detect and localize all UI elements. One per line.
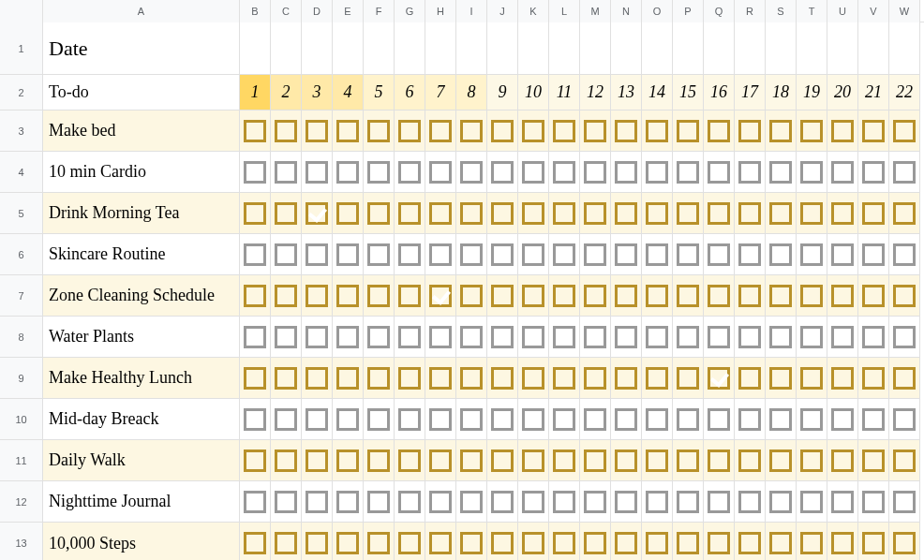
task-day-cell[interactable]: [766, 152, 797, 193]
checkbox[interactable]: [584, 449, 606, 472]
checkbox[interactable]: [336, 120, 359, 142]
task-day-cell[interactable]: [240, 275, 271, 317]
day-number-cell-14[interactable]: 14: [642, 75, 673, 111]
task-day-cell[interactable]: [673, 440, 704, 481]
task-day-cell[interactable]: [425, 111, 456, 152]
checkbox[interactable]: [646, 202, 668, 225]
cell-r1-day4[interactable]: [333, 22, 364, 75]
task-day-cell[interactable]: [735, 152, 766, 193]
task-day-cell[interactable]: [797, 317, 827, 358]
task-day-cell[interactable]: [735, 440, 766, 481]
task-day-cell[interactable]: [580, 358, 611, 399]
task-day-cell[interactable]: [240, 234, 271, 275]
task-day-cell[interactable]: [797, 523, 827, 560]
col-header-U[interactable]: U: [827, 0, 858, 22]
task-day-cell[interactable]: [827, 193, 858, 234]
checkbox[interactable]: [306, 243, 328, 266]
day-number-cell-15[interactable]: 15: [673, 75, 704, 111]
task-day-cell[interactable]: [858, 234, 889, 275]
task-day-cell[interactable]: [549, 523, 580, 560]
task-day-cell[interactable]: [240, 111, 271, 152]
task-day-cell[interactable]: [735, 523, 766, 560]
checkbox[interactable]: [584, 408, 606, 431]
checkbox[interactable]: [553, 243, 575, 266]
checkbox[interactable]: [306, 532, 328, 554]
task-day-cell[interactable]: [673, 523, 704, 560]
checkbox[interactable]: [800, 243, 823, 266]
task-day-cell[interactable]: [395, 152, 425, 193]
task-day-cell[interactable]: [611, 399, 642, 440]
col-header-M[interactable]: M: [580, 0, 611, 22]
task-day-cell[interactable]: [735, 193, 766, 234]
checkbox[interactable]: [677, 367, 699, 390]
task-day-cell[interactable]: [673, 399, 704, 440]
task-day-cell[interactable]: [580, 317, 611, 358]
col-header-J[interactable]: J: [487, 0, 518, 22]
checkbox[interactable]: [522, 491, 544, 513]
task-day-cell[interactable]: [580, 523, 611, 560]
col-header-H[interactable]: H: [425, 0, 456, 22]
checkbox[interactable]: [893, 367, 916, 390]
cell-r1-day7[interactable]: [425, 22, 456, 75]
checkbox[interactable]: [398, 120, 421, 142]
task-day-cell[interactable]: [858, 481, 889, 523]
task-day-cell[interactable]: [487, 399, 518, 440]
task-day-cell[interactable]: [425, 234, 456, 275]
checkbox[interactable]: [615, 532, 637, 554]
task-day-cell[interactable]: [240, 440, 271, 481]
checkbox[interactable]: [553, 120, 575, 142]
task-day-cell[interactable]: [704, 399, 735, 440]
task-day-cell[interactable]: [766, 234, 797, 275]
task-day-cell[interactable]: [395, 193, 425, 234]
task-day-cell[interactable]: [611, 275, 642, 317]
checkbox[interactable]: [306, 120, 328, 142]
checkbox[interactable]: [460, 367, 483, 390]
checkbox[interactable]: [398, 326, 421, 348]
task-day-cell[interactable]: [858, 193, 889, 234]
checkbox[interactable]: [646, 243, 668, 266]
checkbox[interactable]: [275, 161, 297, 184]
checkbox[interactable]: [708, 202, 730, 225]
checkbox[interactable]: [244, 408, 266, 431]
cell-r1-day20[interactable]: [827, 22, 858, 75]
checkbox[interactable]: [769, 326, 792, 348]
task-day-cell[interactable]: [425, 523, 456, 560]
checkbox[interactable]: [800, 326, 823, 348]
checkbox[interactable]: [429, 449, 452, 472]
checkbox[interactable]: [336, 449, 359, 472]
task-day-cell[interactable]: [611, 481, 642, 523]
checkbox[interactable]: [893, 202, 916, 225]
task-day-cell[interactable]: [642, 523, 673, 560]
task-day-cell[interactable]: [333, 111, 364, 152]
task-day-cell[interactable]: [456, 440, 487, 481]
checkbox[interactable]: [553, 367, 575, 390]
cell-r1-day15[interactable]: [673, 22, 704, 75]
checkbox[interactable]: [862, 161, 885, 184]
task-day-cell[interactable]: [889, 440, 920, 481]
checkbox[interactable]: [769, 202, 792, 225]
day-number-cell-12[interactable]: 12: [580, 75, 611, 111]
checkbox[interactable]: [893, 449, 916, 472]
task-day-cell[interactable]: [673, 358, 704, 399]
task-day-cell[interactable]: [518, 481, 549, 523]
task-day-cell[interactable]: [642, 234, 673, 275]
checkbox[interactable]: [553, 202, 575, 225]
task-day-cell[interactable]: [456, 275, 487, 317]
task-day-cell[interactable]: [673, 193, 704, 234]
row-header-7[interactable]: 7: [0, 275, 43, 317]
checkbox[interactable]: [893, 408, 916, 431]
col-header-I[interactable]: I: [456, 0, 487, 22]
checkbox[interactable]: [708, 532, 730, 554]
task-day-cell[interactable]: [766, 317, 797, 358]
task-day-cell[interactable]: [364, 399, 395, 440]
day-number-cell-11[interactable]: 11: [549, 75, 580, 111]
checkbox[interactable]: [336, 285, 359, 307]
todo-label-cell[interactable]: To-do: [43, 75, 240, 111]
task-day-cell[interactable]: [364, 317, 395, 358]
checkbox[interactable]: [553, 285, 575, 307]
checkbox[interactable]: [275, 202, 297, 225]
task-day-cell[interactable]: [704, 440, 735, 481]
col-header-O[interactable]: O: [642, 0, 673, 22]
checkbox[interactable]: [893, 285, 916, 307]
col-header-Q[interactable]: Q: [704, 0, 735, 22]
